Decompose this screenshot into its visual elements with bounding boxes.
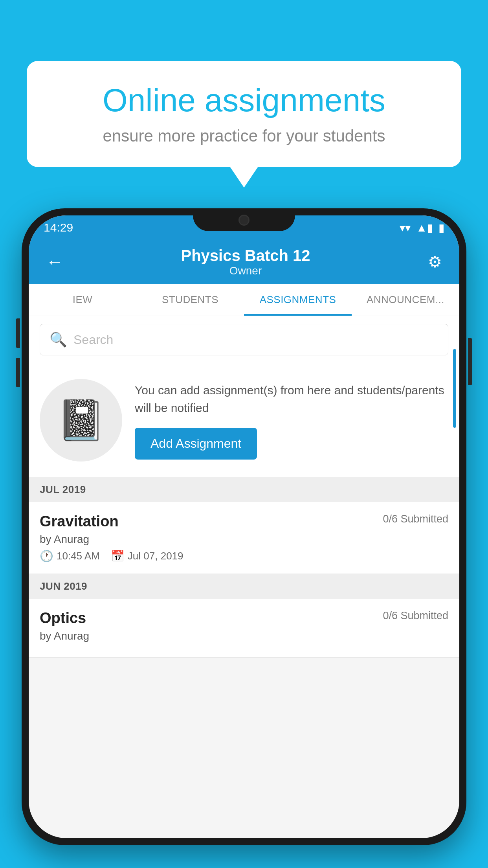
- assignment-title: Gravitation: [40, 513, 119, 530]
- assignment-item-gravitation[interactable]: Gravitation 0/6 Submitted by Anurag 🕐 10…: [29, 502, 459, 574]
- assignment-submitted: 0/6 Submitted: [383, 513, 448, 525]
- scroll-indicator: [453, 349, 456, 428]
- assignment-submitted-optics: 0/6 Submitted: [383, 610, 448, 622]
- volume-down-button: [16, 358, 20, 387]
- back-button[interactable]: ←: [43, 249, 66, 275]
- section-header-jun: JUN 2019: [29, 574, 459, 599]
- speech-bubble-container: Online assignments ensure more practice …: [27, 61, 461, 167]
- clock-icon: 🕐: [40, 550, 53, 563]
- search-container: 🔍 Search: [29, 316, 459, 363]
- wifi-icon: ▾▾: [400, 221, 411, 234]
- meta-time: 🕐 10:45 AM: [40, 550, 100, 563]
- section-header-jul: JUL 2019: [29, 477, 459, 502]
- app-bar-center: Physics Batch 12 Owner: [66, 247, 425, 277]
- phone-screen: 14:29 ▾▾ ▲▮ ▮ ← Physics Batch 12 Owner ⚙: [29, 215, 459, 838]
- tab-overview[interactable]: IEW: [29, 284, 136, 316]
- app-bar-subtitle: Owner: [66, 265, 425, 277]
- calendar-icon: 📅: [111, 550, 125, 563]
- meta-date: 📅 Jul 07, 2019: [111, 550, 183, 563]
- empty-icon-circle: 📓: [40, 379, 122, 462]
- tab-assignments[interactable]: ASSIGNMENTS: [244, 284, 352, 316]
- search-icon: 🔍: [50, 331, 67, 348]
- tabs-container: IEW STUDENTS ASSIGNMENTS ANNOUNCEM...: [29, 284, 459, 316]
- speech-bubble: Online assignments ensure more practice …: [27, 61, 461, 167]
- phone-wrapper: 14:29 ▾▾ ▲▮ ▮ ← Physics Batch 12 Owner ⚙: [22, 208, 466, 845]
- assignment-by-optics: by Anurag: [40, 630, 448, 642]
- assignment-by: by Anurag: [40, 533, 448, 546]
- app-bar: ← Physics Batch 12 Owner ⚙: [29, 240, 459, 284]
- status-icons: ▾▾ ▲▮ ▮: [400, 221, 444, 234]
- volume-up-button: [16, 318, 20, 348]
- assignment-top-row-optics: Optics 0/6 Submitted: [40, 610, 448, 627]
- settings-button[interactable]: ⚙: [425, 250, 445, 274]
- app-bar-title: Physics Batch 12: [66, 247, 425, 265]
- empty-text-area: You can add assignment(s) from here and …: [135, 381, 448, 460]
- notebook-icon: 📓: [57, 397, 106, 443]
- assignment-item-optics[interactable]: Optics 0/6 Submitted by Anurag: [29, 599, 459, 658]
- status-time: 14:29: [44, 221, 73, 234]
- add-assignment-button[interactable]: Add Assignment: [135, 428, 257, 460]
- phone-frame: 14:29 ▾▾ ▲▮ ▮ ← Physics Batch 12 Owner ⚙: [22, 208, 466, 845]
- assignment-time: 10:45 AM: [57, 550, 100, 562]
- front-camera: [238, 215, 250, 226]
- search-input[interactable]: Search: [73, 333, 113, 347]
- assignment-meta: 🕐 10:45 AM 📅 Jul 07, 2019: [40, 550, 448, 563]
- assignment-top-row: Gravitation 0/6 Submitted: [40, 513, 448, 530]
- assignment-title-optics: Optics: [40, 610, 86, 627]
- empty-description: You can add assignment(s) from here and …: [135, 381, 448, 417]
- phone-notch: [193, 208, 295, 231]
- tab-students[interactable]: STUDENTS: [136, 284, 244, 316]
- assignment-date: Jul 07, 2019: [128, 550, 183, 562]
- empty-state: 📓 You can add assignment(s) from here an…: [29, 363, 459, 477]
- search-box[interactable]: 🔍 Search: [40, 324, 448, 355]
- battery-icon: ▮: [438, 221, 444, 234]
- signal-icon: ▲▮: [416, 221, 433, 234]
- bubble-title: Online assignments: [52, 83, 436, 118]
- tab-announcements[interactable]: ANNOUNCEM...: [352, 284, 459, 316]
- bubble-subtitle: ensure more practice for your students: [52, 127, 436, 145]
- power-button: [468, 338, 472, 385]
